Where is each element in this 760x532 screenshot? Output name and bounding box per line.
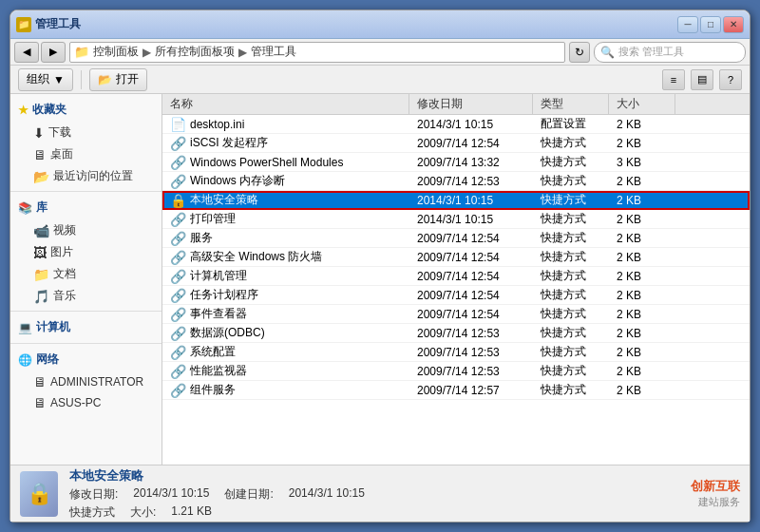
file-type-cell: 配置设置	[533, 116, 609, 132]
col-header-type[interactable]: 类型	[533, 94, 609, 114]
sidebar-item-asuspc[interactable]: 🖥 ASUS-PC	[10, 392, 162, 413]
file-date-cell: 2009/7/14 12:54	[409, 137, 533, 150]
file-name-cell: 🔗 系统配置	[162, 344, 409, 360]
file-type-cell: 快捷方式	[533, 173, 609, 189]
file-row[interactable]: 🔗 服务 2009/7/14 12:54 快捷方式 2 KB	[162, 229, 750, 248]
file-size-cell: 2 KB	[609, 194, 675, 207]
file-row[interactable]: 🔗 计算机管理 2009/7/14 12:54 快捷方式 2 KB	[162, 267, 750, 286]
minimize-button[interactable]: ─	[677, 16, 698, 33]
col-header-name[interactable]: 名称	[162, 94, 409, 114]
sidebar-item-admin[interactable]: 🖥 ADMINISTRATOR	[10, 371, 162, 392]
forward-button[interactable]: ▶	[41, 42, 66, 63]
file-size-cell: 2 KB	[609, 365, 675, 378]
file-row[interactable]: 🔗 高级安全 Windows 防火墙 2009/7/14 12:54 快捷方式 …	[162, 248, 750, 267]
file-name-cell: 🔗 Windows PowerShell Modules	[162, 155, 409, 170]
file-type-cell: 快捷方式	[533, 382, 609, 398]
file-row[interactable]: 🔗 Windows PowerShell Modules 2009/7/14 1…	[162, 153, 750, 172]
status-file-name: 本地安全策略	[69, 467, 365, 484]
sidebar-item-recent[interactable]: 📂 最近访问的位置	[10, 165, 162, 187]
file-date-cell: 2009/7/14 12:53	[409, 346, 533, 359]
file-row[interactable]: 🔗 性能监视器 2009/7/14 12:53 快捷方式 2 KB	[162, 362, 750, 381]
path-part-2: 所有控制面板项	[155, 44, 235, 60]
file-row[interactable]: 📄 desktop.ini 2014/3/1 10:15 配置设置 2 KB	[162, 115, 750, 134]
file-name: iSCSI 发起程序	[190, 135, 268, 151]
file-row[interactable]: 🔗 数据源(ODBC) 2009/7/14 12:53 快捷方式 2 KB	[162, 324, 750, 343]
file-size-cell: 2 KB	[609, 118, 675, 131]
col-header-date[interactable]: 修改日期	[409, 94, 533, 114]
status-info: 本地安全策略 修改日期: 2014/3/1 10:15 创建日期: 2014/3…	[69, 467, 365, 521]
organize-label: 组织	[27, 71, 49, 87]
file-name: Windows 内存诊断	[190, 173, 285, 189]
file-icon: 🔗	[170, 383, 186, 398]
sidebar-item-documents[interactable]: 📁 文档	[10, 263, 162, 285]
file-rows-container: 📄 desktop.ini 2014/3/1 10:15 配置设置 2 KB 🔗…	[162, 115, 750, 400]
sidebar-item-desktop[interactable]: 🖥 桌面	[10, 143, 162, 165]
file-type-cell: 快捷方式	[533, 135, 609, 151]
window-icon: 📁	[16, 17, 31, 32]
file-name-cell: 🔗 组件服务	[162, 382, 409, 398]
sidebar-asuspc-label: ASUS-PC	[50, 396, 101, 409]
file-size-cell: 2 KB	[609, 213, 675, 226]
file-date-cell: 2009/7/14 13:32	[409, 156, 533, 169]
file-date-cell: 2014/3/1 10:15	[409, 213, 533, 226]
pane-button[interactable]: ▤	[691, 69, 713, 90]
status-logo: 创新互联 建站服务	[691, 478, 740, 509]
file-type-cell: 快捷方式	[533, 344, 609, 360]
computer-icon: 💻	[18, 321, 32, 334]
file-icon: 🔗	[170, 155, 186, 170]
status-details-row1: 修改日期: 2014/3/1 10:15 创建日期: 2014/3/1 10:1…	[69, 486, 365, 503]
close-button[interactable]: ✕	[723, 16, 744, 33]
file-list: 名称 修改日期 类型 大小 📄 desktop.ini 2014/3/1 10:…	[162, 94, 750, 465]
col-header-size[interactable]: 大小	[609, 94, 675, 114]
status-bar: 🔒 本地安全策略 修改日期: 2014/3/1 10:15 创建日期: 2014…	[10, 465, 750, 522]
sidebar-item-pictures[interactable]: 🖼 图片	[10, 241, 162, 263]
file-name: 高级安全 Windows 防火墙	[190, 249, 322, 265]
address-path[interactable]: 📁 控制面板 ▶ 所有控制面板项 ▶ 管理工具	[69, 42, 565, 63]
file-row[interactable]: 🔗 组件服务 2009/7/14 12:57 快捷方式 2 KB	[162, 381, 750, 400]
file-date-cell: 2009/7/14 12:53	[409, 327, 533, 340]
file-icon: 🔗	[170, 269, 186, 284]
view-button[interactable]: ≡	[662, 69, 685, 90]
file-date-cell: 2009/7/14 12:57	[409, 384, 533, 397]
file-type-cell: 快捷方式	[533, 249, 609, 265]
sidebar-recent-label: 最近访问的位置	[53, 168, 133, 184]
maximize-button[interactable]: □	[700, 16, 721, 33]
download-icon: ⬇	[33, 125, 45, 141]
file-icon: 🔗	[170, 212, 186, 227]
asuspc-icon: 🖥	[33, 395, 47, 410]
help-button[interactable]: ?	[719, 69, 742, 90]
open-icon: 📂	[98, 73, 112, 86]
sidebar: ★ 收藏夹 ⬇ 下载 🖥 桌面 📂 最近访问的位置	[10, 94, 162, 465]
file-row[interactable]: 🔗 系统配置 2009/7/14 12:53 快捷方式 2 KB	[162, 343, 750, 362]
file-row[interactable]: 🔗 任务计划程序 2009/7/14 12:54 快捷方式 2 KB	[162, 286, 750, 305]
logo-sub-text: 建站服务	[691, 495, 740, 509]
file-size-cell: 2 KB	[609, 327, 675, 340]
sidebar-documents-label: 文档	[53, 266, 76, 282]
file-date-cell: 2009/7/14 12:53	[409, 365, 533, 378]
pictures-icon: 🖼	[33, 245, 47, 260]
open-button[interactable]: 📂 打开	[89, 68, 147, 91]
sidebar-item-video[interactable]: 📹 视频	[10, 219, 162, 241]
file-date-cell: 2009/7/14 12:53	[409, 175, 533, 188]
file-icon: 🔗	[170, 326, 186, 341]
file-name-cell: 📄 desktop.ini	[162, 117, 409, 132]
sidebar-item-music[interactable]: 🎵 音乐	[10, 285, 162, 307]
toolbar: 组织 ▼ 📂 打开 ≡ ▤ ?	[10, 66, 750, 94]
library-label: 库	[36, 200, 48, 216]
recent-icon: 📂	[33, 169, 49, 184]
file-row[interactable]: 🔗 打印管理 2014/3/1 10:15 快捷方式 2 KB	[162, 210, 750, 229]
file-icon: 🔗	[170, 307, 186, 322]
file-icon: 🔗	[170, 345, 186, 360]
file-type-cell: 快捷方式	[533, 154, 609, 170]
file-row[interactable]: 🔗 Windows 内存诊断 2009/7/14 12:53 快捷方式 2 KB	[162, 172, 750, 191]
sidebar-video-label: 视频	[53, 222, 76, 238]
organize-button[interactable]: 组织 ▼	[18, 68, 73, 91]
file-row[interactable]: 🔒 本地安全策略 2014/3/1 10:15 快捷方式 2 KB	[162, 191, 750, 210]
file-row[interactable]: 🔗 iSCSI 发起程序 2009/7/14 12:54 快捷方式 2 KB	[162, 134, 750, 153]
search-box[interactable]: 🔍 搜索 管理工具	[594, 42, 746, 63]
back-button[interactable]: ◀	[14, 42, 39, 63]
refresh-button[interactable]: ↻	[569, 42, 590, 63]
file-row[interactable]: 🔗 事件查看器 2009/7/14 12:54 快捷方式 2 KB	[162, 305, 750, 324]
logo-brand-text: 创新互联	[691, 478, 740, 495]
sidebar-item-download[interactable]: ⬇ 下载	[10, 122, 162, 143]
